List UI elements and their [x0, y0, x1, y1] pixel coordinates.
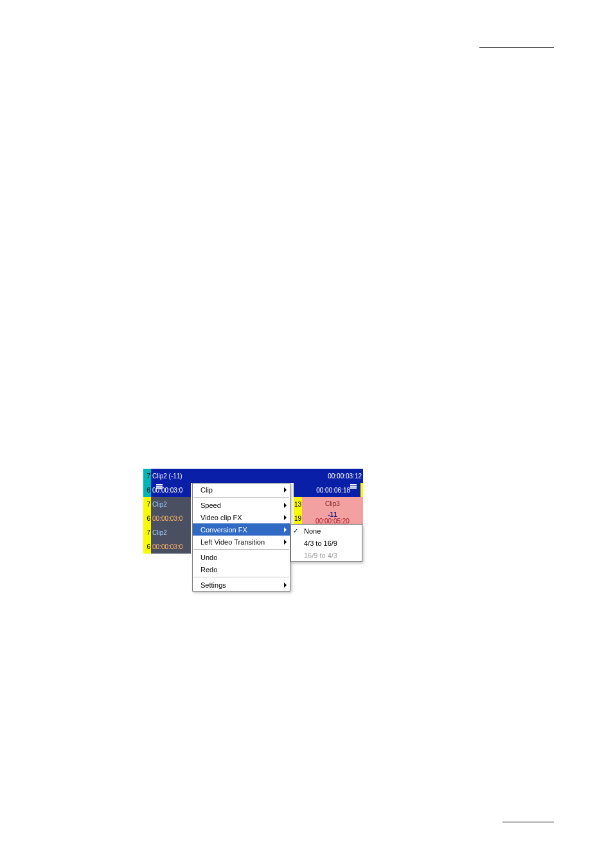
menu-item-settings[interactable]: Settings [193, 579, 290, 591]
submenu-item-16-9-to-4-3: 16/9 to 4/3 [291, 549, 362, 561]
menu-label: Clip [200, 486, 213, 494]
menu-item-clip[interactable]: Clip [193, 484, 290, 496]
submenu-item-4-3-to-16-9[interactable]: 4/3 to 16/9 [291, 537, 362, 549]
clip3[interactable]: Clip3 [302, 497, 363, 511]
grip-icon [155, 484, 164, 489]
clip-selected-bottom[interactable]: 00:00:03:0 [151, 483, 191, 497]
chevron-right-icon [284, 503, 287, 508]
clip2-bot[interactable]: 00:00:03:0 [151, 511, 191, 525]
clip-time: 00:00:03:0 [152, 543, 182, 550]
clip3-bot[interactable]: -11 00:00:05:20 [302, 511, 363, 525]
track-row-1-top: 7 Clip2 (-11) 00:00:03:12 [143, 469, 363, 483]
track-num: 6 [143, 483, 151, 497]
menu-item-left-video-transition[interactable]: Left Video Transition [193, 536, 290, 548]
track-num: 7 [143, 469, 151, 483]
menu-label: Undo [200, 554, 217, 561]
clip-label: Clip2 [152, 501, 167, 508]
track-num: 7 [143, 497, 151, 511]
submenu-item-none[interactable]: ✓ None [291, 525, 362, 537]
menu-label: Left Video Transition [200, 538, 265, 546]
menu-item-video-clip-fx[interactable]: Video clip FX [193, 511, 290, 523]
divider-top [479, 47, 554, 48]
menu-label: Settings [200, 581, 226, 589]
clip-time-right2: 00:00:06:18 [316, 487, 350, 494]
chevron-right-icon [284, 583, 287, 588]
menu-item-redo[interactable]: Redo [193, 563, 290, 575]
menu-item-speed[interactable]: Speed [193, 499, 290, 511]
clip-label: Clip2 (-11) [152, 473, 182, 480]
menu-label: Conversion FX [200, 526, 247, 534]
clip-selected[interactable]: Clip2 (-11) 00:00:03:12 [151, 469, 363, 483]
submenu-conversion-fx: ✓ None 4/3 to 16/9 16/9 to 4/3 [290, 524, 362, 562]
menu-label: Speed [200, 502, 221, 509]
context-menu: Clip Speed Video clip FX Conversion FX L… [192, 483, 290, 592]
menu-item-conversion-fx[interactable]: Conversion FX [193, 523, 290, 536]
divider-bottom [502, 822, 554, 822]
grip-icon [349, 484, 358, 489]
chevron-right-icon [284, 539, 287, 545]
menu-separator [193, 549, 289, 550]
chevron-right-icon [284, 527, 287, 532]
clip-time-right: 00:00:03:12 [328, 473, 362, 480]
menu-label: None [304, 527, 321, 535]
menu-label: 4/3 to 16/9 [304, 539, 337, 547]
track-num: 6 [143, 539, 151, 554]
gap-num: 13 [294, 497, 302, 511]
track-num: 7 [143, 525, 151, 539]
timeline-context-menu-widget: 7 Clip2 (-11) 00:00:03:12 6 00:00:03:0 0… [143, 469, 363, 554]
clip3-label: Clip3 [325, 501, 340, 507]
clip-time: 00:00:03:0 [152, 515, 182, 522]
clip2-t3-top[interactable]: Clip2 [151, 525, 191, 539]
menu-label: Redo [200, 566, 217, 574]
clip-right-edge[interactable]: 00:00:06:18 [294, 483, 363, 497]
track-num: 6 [143, 511, 151, 525]
menu-separator [193, 577, 289, 577]
chevron-right-icon [284, 515, 287, 520]
menu-label: 16/9 to 4/3 [304, 552, 337, 559]
menu-item-undo[interactable]: Undo [193, 551, 290, 563]
gap-num: 19 [294, 511, 302, 525]
check-icon: ✓ [293, 527, 298, 534]
clip2-t3-bot[interactable]: 00:00:03:0 [151, 539, 191, 554]
menu-separator [193, 497, 289, 498]
chevron-right-icon [284, 487, 287, 493]
menu-label: Video clip FX [200, 514, 242, 521]
clip-label: Clip2 [152, 529, 167, 536]
clip2-top[interactable]: Clip2 [151, 497, 191, 511]
